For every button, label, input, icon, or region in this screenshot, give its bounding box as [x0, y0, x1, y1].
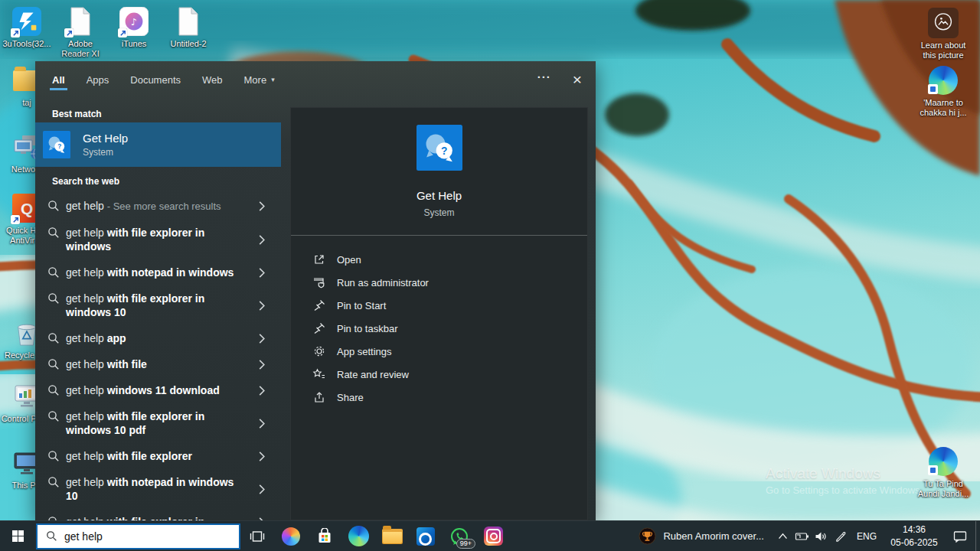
- media-playback-chip[interactable]: Ruben Amorim cover...: [629, 527, 773, 545]
- search-filter-tab[interactable]: More ▾: [244, 61, 275, 96]
- search-filter-tab[interactable]: All ▾: [52, 61, 65, 96]
- best-match-app-type: System: [83, 147, 128, 158]
- desktop-icon-label: Learn about this picture: [915, 41, 972, 60]
- search-flyout-panel: All ▾ Apps ▾ Documents ▾ Web: [35, 61, 596, 520]
- desktop-icon-3utools[interactable]: 3uTools(32...: [0, 6, 54, 49]
- picture-info-icon: [928, 8, 959, 38]
- more-options-icon[interactable]: ···: [537, 71, 551, 87]
- action-pin-to-taskbar[interactable]: Pin to taskbar: [291, 317, 587, 340]
- search-icon: [47, 200, 60, 212]
- file-explorer-button[interactable]: [375, 521, 409, 551]
- microsoft-store-button[interactable]: [308, 521, 341, 551]
- search-results-column: Best match ? Get Help System Search the …: [35, 96, 281, 520]
- desktop-icon-maarne-to-chakka[interactable]: 'Maarne to chakka hi j...: [914, 65, 972, 118]
- show-desktop-button[interactable]: [975, 521, 980, 551]
- suggestion-typed-text: get help: [66, 227, 104, 239]
- chevron-right-icon: [258, 267, 266, 279]
- suggestion-typed-text: get help: [66, 410, 104, 422]
- desktop-icon-untitled2[interactable]: Untitled-2: [162, 6, 215, 49]
- tray-expand-button[interactable]: [773, 521, 792, 551]
- search-icon: [47, 410, 60, 422]
- suggestion-typed-text: get help: [66, 200, 104, 212]
- web-suggestion-row[interactable]: get help windows 11 download: [35, 377, 281, 403]
- search-icon: [47, 450, 60, 462]
- action-rate-and-review[interactable]: Rate and review: [291, 363, 587, 386]
- whatsapp-button[interactable]: 99+: [443, 521, 476, 551]
- web-suggestion-row[interactable]: get help with notepad in windows: [35, 259, 281, 285]
- close-icon[interactable]: ×: [573, 71, 582, 87]
- taskbar: 99+ Ruben Amorim cover... ENG 14:36 05-0…: [0, 520, 980, 551]
- search-icon: [47, 332, 60, 344]
- web-suggestion-row[interactable]: get help - See more search results: [35, 193, 281, 220]
- clock[interactable]: 14:36 05-06-2025: [884, 523, 945, 548]
- web-suggestion-row[interactable]: get help with notepad in windows 10: [35, 469, 281, 509]
- battery-indicator[interactable]: [792, 521, 812, 551]
- start-button[interactable]: [0, 521, 36, 551]
- web-suggestion-row[interactable]: get help with file explorer in: [35, 509, 281, 520]
- svg-text:?: ?: [441, 145, 447, 157]
- search-filter-tab[interactable]: Apps ▾: [87, 61, 109, 96]
- run-as-admin-icon: [312, 276, 325, 289]
- action-app-settings[interactable]: App settings: [291, 340, 587, 363]
- taskbar-search-box[interactable]: [36, 523, 240, 549]
- desktop-icon-label: 'Maarne to chakka hi j...: [915, 98, 972, 118]
- search-web-header: Search the web: [52, 176, 281, 187]
- pen-icon: [835, 530, 846, 542]
- desktop-icon-learn-about-picture[interactable]: Learn about this picture: [914, 8, 972, 60]
- search-filter-tab[interactable]: Web ▾: [202, 61, 223, 96]
- desktop-icon-tu-ta-pind[interactable]: Tu Ta Pind Aundi Jandi...: [914, 446, 972, 499]
- pen-indicator[interactable]: [831, 521, 850, 551]
- web-suggestion-row[interactable]: get help with file: [35, 351, 281, 377]
- outlook-button[interactable]: [409, 521, 443, 551]
- desktop-icon-label: 3uTools(32...: [3, 39, 51, 49]
- whatsapp-badge: 99+: [456, 539, 475, 549]
- suggestion-typed-text: get help: [66, 358, 104, 370]
- media-title: Ruben Amorim cover...: [663, 530, 764, 542]
- thumbnail-overlay-icon: [928, 84, 938, 94]
- divider: [291, 235, 587, 236]
- volume-indicator[interactable]: [812, 521, 831, 551]
- instagram-icon: [484, 527, 503, 546]
- chevron-right-icon: [258, 359, 266, 370]
- action-pin-to-start[interactable]: Pin to Start: [291, 294, 587, 317]
- search-filter-tab[interactable]: Documents ▾: [130, 61, 181, 96]
- language-indicator[interactable]: ENG: [850, 531, 884, 542]
- watermark-line2: Go to Settings to activate Windows.: [766, 484, 923, 496]
- chevron-right-icon: [258, 385, 266, 396]
- media-trophy-icon: [639, 527, 656, 545]
- document-icon: [65, 6, 96, 37]
- instagram-button[interactable]: [476, 521, 510, 551]
- tab-label: All: [52, 74, 65, 86]
- action-open[interactable]: Open: [291, 248, 587, 271]
- watermark-line1: Activate Windows: [766, 465, 923, 482]
- shortcut-arrow-icon: [11, 28, 20, 37]
- web-suggestion-row[interactable]: get help app: [35, 325, 281, 351]
- best-match-app-name: Get Help: [83, 132, 128, 145]
- preview-app-type: System: [291, 207, 587, 218]
- search-icon: [47, 266, 60, 279]
- web-suggestion-row[interactable]: get help with file explorer: [35, 443, 281, 469]
- edge-button[interactable]: [341, 521, 375, 551]
- search-input[interactable]: [64, 530, 217, 543]
- desktop-icon-adobe-reader[interactable]: Adobe Reader XI: [54, 6, 107, 59]
- action-center-button[interactable]: [945, 521, 975, 551]
- web-suggestion-row[interactable]: get help with file explorer in windows 1…: [35, 403, 281, 443]
- copilot-button[interactable]: [274, 521, 308, 551]
- suggestion-completion-text: with file explorer: [107, 450, 192, 462]
- task-view-button[interactable]: [240, 521, 274, 551]
- desktop-icon-label: taj: [22, 98, 31, 108]
- web-suggestion-row[interactable]: get help with file explorer in windows 1…: [35, 285, 281, 325]
- shortcut-arrow-icon: [118, 28, 127, 37]
- web-suggestion-row[interactable]: get help with file explorer in windows: [35, 220, 281, 259]
- action-share[interactable]: Share: [291, 386, 587, 409]
- action-run-as-administrator[interactable]: Run as administrator: [291, 271, 587, 294]
- suggestion-completion-text: windows 11 download: [107, 384, 220, 396]
- suggestion-completion-text: app: [107, 332, 126, 344]
- desktop-icon-itunes[interactable]: ♪ iTunes: [107, 6, 161, 49]
- activate-windows-watermark: Activate Windows Go to Settings to activ…: [766, 465, 923, 496]
- tab-label: More: [244, 74, 267, 86]
- chevron-right-icon: [258, 418, 266, 429]
- best-match-result[interactable]: ? Get Help System: [35, 122, 281, 167]
- search-icon: [47, 227, 60, 239]
- speaker-icon: [815, 531, 827, 542]
